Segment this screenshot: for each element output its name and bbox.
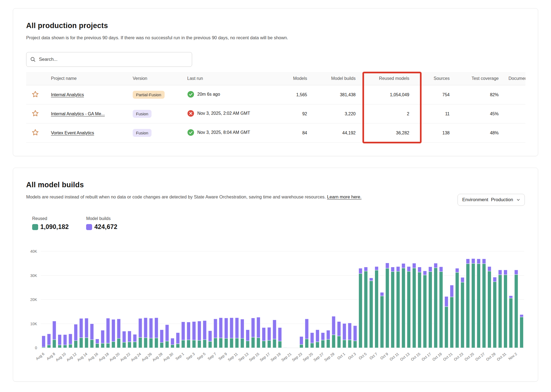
svg-text:Oct 17: Oct 17 (421, 352, 432, 362)
project-name-link[interactable]: Vortex Event Analytics (51, 131, 94, 135)
svg-text:Sep 21: Sep 21 (280, 352, 292, 362)
svg-text:10K: 10K (30, 322, 37, 326)
model-builds-value: 381,438 (310, 85, 359, 104)
svg-text:20K: 20K (30, 297, 37, 302)
svg-text:Aug 20: Aug 20 (109, 352, 120, 362)
sources-value: 138 (413, 123, 453, 143)
svg-text:Oct 7: Oct 7 (369, 352, 378, 361)
svg-text:Oct 3: Oct 3 (347, 352, 357, 361)
svg-text:Nov 2: Nov 2 (508, 352, 518, 361)
documentation-value (502, 85, 525, 104)
svg-text:Sep 19: Sep 19 (270, 352, 281, 362)
environment-dropdown-label: Environment (462, 197, 488, 203)
version-badge: Fusion (133, 129, 152, 137)
legend-item-model-builds: Model builds 424,672 (86, 216, 117, 231)
chart-legend: Reused 1,090,182 Model builds 424,672 (32, 216, 525, 231)
learn-more-link[interactable]: Learn more here. (327, 194, 362, 199)
error-x-icon (187, 110, 194, 117)
test-coverage-value: 45% (453, 104, 502, 123)
svg-text:Sep 9: Sep 9 (218, 352, 228, 361)
favorite-column-header (26, 72, 48, 85)
reused-models-value: 36,282 (359, 123, 413, 143)
svg-text:Aug 28: Aug 28 (152, 352, 163, 362)
svg-text:Sep 5: Sep 5 (196, 352, 206, 361)
reused-swatch-icon (32, 224, 38, 230)
svg-text:Oct 23: Oct 23 (453, 352, 464, 362)
favorite-star-icon[interactable] (32, 129, 39, 136)
documentation-value (502, 104, 525, 123)
svg-text:Oct 25: Oct 25 (464, 352, 475, 362)
sources-value: 11 (413, 104, 453, 123)
legend-label: Model builds (86, 216, 117, 221)
favorite-star-icon[interactable] (32, 91, 39, 98)
reused-models-value: 1,054,049 (359, 85, 413, 104)
column-header-project-name: Project name (48, 72, 129, 85)
svg-text:Sep 7: Sep 7 (207, 352, 217, 361)
favorite-star-icon[interactable] (32, 110, 39, 117)
builds-card-description: Models are reused instead of rebuilt whe… (26, 194, 427, 200)
success-check-icon (187, 91, 194, 98)
svg-text:Sep 23: Sep 23 (291, 352, 303, 362)
legend-item-reused: Reused 1,090,182 (32, 216, 69, 231)
environment-dropdown[interactable]: Environment Production (458, 194, 525, 206)
environment-dropdown-value: Production (491, 197, 513, 203)
svg-text:Oct 29: Oct 29 (485, 352, 496, 362)
svg-text:Aug 30: Aug 30 (162, 352, 174, 362)
column-header-model-builds: Model builds (310, 72, 359, 85)
svg-text:Oct 27: Oct 27 (474, 352, 486, 362)
documentation-value (502, 123, 525, 143)
svg-text:Aug 16: Aug 16 (87, 352, 99, 362)
svg-text:Oct 5: Oct 5 (358, 352, 368, 361)
project-name-link[interactable]: Internal Analytics (51, 92, 84, 97)
version-badge: Partial-Fusion (133, 91, 165, 99)
table-row: Internal Analytics - GA Me...FusionNov 3… (26, 104, 525, 123)
svg-text:Aug 26: Aug 26 (141, 352, 153, 362)
model-builds-chart: 010K20K30K40KAug 6Aug 8Aug 10Aug 12Aug 1… (26, 243, 525, 372)
chevron-down-icon (516, 198, 520, 202)
table-row: Internal AnalyticsPartial-Fusion20m 6s a… (26, 85, 525, 104)
column-header-test-coverage: Test coverage (453, 72, 502, 85)
column-header-last-run: Last run (184, 72, 277, 85)
projects-table-body: Internal AnalyticsPartial-Fusion20m 6s a… (26, 85, 525, 143)
version-badge: Fusion (133, 110, 152, 118)
search-icon (30, 57, 36, 62)
last-run-text: Nov 3, 2025, 2:02 AM GMT (197, 111, 250, 116)
svg-text:Oct 9: Oct 9 (380, 352, 389, 361)
test-coverage-value: 48% (453, 123, 502, 143)
models-value: 1,565 (277, 85, 310, 104)
svg-text:Sep 3: Sep 3 (186, 352, 196, 361)
svg-text:Sep 11: Sep 11 (227, 352, 238, 362)
svg-text:Oct 19: Oct 19 (432, 352, 443, 362)
success-check-icon (187, 129, 194, 136)
column-header-documentation: Documentation (502, 72, 525, 85)
svg-text:Aug 14: Aug 14 (76, 352, 88, 362)
svg-text:Aug 22: Aug 22 (119, 352, 131, 362)
svg-text:Aug 12: Aug 12 (66, 352, 77, 362)
project-name-link[interactable]: Internal Analytics - GA Me... (51, 111, 105, 116)
models-value: 84 (277, 123, 310, 143)
legend-value: 424,672 (94, 223, 117, 231)
svg-text:Aug 6: Aug 6 (35, 352, 45, 361)
svg-text:0: 0 (35, 346, 37, 350)
reused-models-value: 2 (359, 104, 413, 123)
svg-text:Oct 11: Oct 11 (389, 352, 400, 362)
column-header-sources: Sources (413, 72, 453, 85)
projects-table: Project name Version Last run Models Mod… (26, 72, 525, 143)
svg-text:Sep 25: Sep 25 (302, 352, 314, 362)
search-input[interactable] (26, 52, 192, 67)
column-header-version: Version (129, 72, 184, 85)
svg-text:Sep 15: Sep 15 (248, 352, 260, 362)
legend-label: Reused (32, 216, 69, 221)
projects-card-title: All production projects (26, 22, 525, 30)
svg-text:Oct 31: Oct 31 (496, 352, 507, 362)
column-header-reused-models: Reused models (359, 72, 413, 85)
svg-text:Sep 27: Sep 27 (313, 352, 325, 362)
model-builds-value: 3,220 (310, 104, 359, 123)
last-run-text: Nov 3, 2025, 8:04 AM GMT (197, 130, 250, 135)
svg-text:40K: 40K (30, 249, 37, 254)
model-builds-swatch-icon (86, 224, 92, 230)
svg-text:Oct 21: Oct 21 (442, 352, 453, 362)
model-builds-card: All model builds Models are reused inste… (13, 168, 538, 382)
svg-text:Aug 24: Aug 24 (130, 352, 142, 362)
svg-text:30K: 30K (30, 273, 37, 278)
